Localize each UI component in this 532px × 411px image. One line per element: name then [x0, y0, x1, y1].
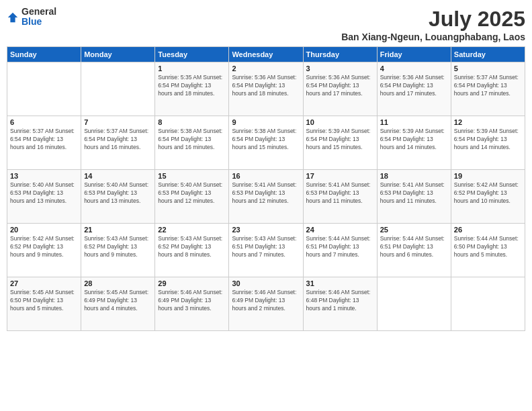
day-number: 2	[232, 64, 300, 73]
day-number: 9	[232, 118, 300, 126]
day-number: 22	[158, 226, 226, 234]
calendar-cell: 15Sunrise: 5:40 AM Sunset: 6:53 PM Dayli…	[155, 170, 229, 224]
day-number: 26	[454, 226, 522, 234]
weekday-header-sunday: Sunday	[7, 47, 81, 62]
day-number: 27	[10, 279, 78, 287]
calendar-cell: 16Sunrise: 5:41 AM Sunset: 6:53 PM Dayli…	[229, 170, 303, 224]
calendar-cell: 8Sunrise: 5:38 AM Sunset: 6:54 PM Daylig…	[155, 116, 229, 170]
calendar-cell: 9Sunrise: 5:38 AM Sunset: 6:54 PM Daylig…	[229, 116, 303, 170]
calendar-cell: 13Sunrise: 5:40 AM Sunset: 6:53 PM Dayli…	[7, 170, 81, 224]
calendar-cell: 7Sunrise: 5:37 AM Sunset: 6:54 PM Daylig…	[81, 116, 155, 170]
calendar-cell	[377, 277, 451, 331]
day-info: Sunrise: 5:35 AM Sunset: 6:54 PM Dayligh…	[158, 74, 226, 98]
day-info: Sunrise: 5:41 AM Sunset: 6:53 PM Dayligh…	[232, 181, 300, 205]
calendar-cell: 24Sunrise: 5:44 AM Sunset: 6:51 PM Dayli…	[303, 224, 377, 277]
calendar-cell: 23Sunrise: 5:43 AM Sunset: 6:51 PM Dayli…	[229, 224, 303, 277]
calendar-cell: 12Sunrise: 5:39 AM Sunset: 6:54 PM Dayli…	[451, 116, 525, 170]
day-number: 13	[10, 172, 78, 180]
day-info: Sunrise: 5:43 AM Sunset: 6:52 PM Dayligh…	[158, 235, 226, 259]
day-number: 17	[306, 172, 374, 180]
calendar-cell: 31Sunrise: 5:46 AM Sunset: 6:48 PM Dayli…	[303, 277, 377, 331]
calendar-cell	[81, 62, 155, 116]
day-number: 23	[232, 226, 300, 234]
day-number: 20	[10, 226, 78, 234]
day-number: 21	[84, 226, 152, 234]
day-info: Sunrise: 5:42 AM Sunset: 6:52 PM Dayligh…	[10, 235, 78, 259]
day-number: 30	[232, 279, 300, 287]
calendar-table: SundayMondayTuesdayWednesdayThursdayFrid…	[7, 46, 525, 331]
day-number: 11	[380, 118, 448, 126]
calendar-cell: 17Sunrise: 5:41 AM Sunset: 6:53 PM Dayli…	[303, 170, 377, 224]
calendar-cell: 5Sunrise: 5:37 AM Sunset: 6:54 PM Daylig…	[451, 62, 525, 116]
weekday-header-friday: Friday	[377, 47, 451, 62]
logo: General Blue	[7, 7, 56, 28]
day-number: 25	[380, 226, 448, 234]
calendar-cell	[7, 62, 81, 116]
day-info: Sunrise: 5:45 AM Sunset: 6:49 PM Dayligh…	[84, 289, 152, 313]
day-number: 5	[454, 64, 522, 73]
day-info: Sunrise: 5:38 AM Sunset: 6:54 PM Dayligh…	[158, 128, 226, 152]
weekday-header-monday: Monday	[81, 47, 155, 62]
calendar-week-4: 20Sunrise: 5:42 AM Sunset: 6:52 PM Dayli…	[7, 224, 525, 277]
day-info: Sunrise: 5:45 AM Sunset: 6:50 PM Dayligh…	[10, 289, 78, 313]
calendar-cell: 20Sunrise: 5:42 AM Sunset: 6:52 PM Dayli…	[7, 224, 81, 277]
page-header: General Blue July 2025 Ban Xiang-Ngeun, …	[7, 7, 525, 42]
calendar-week-3: 13Sunrise: 5:40 AM Sunset: 6:53 PM Dayli…	[7, 170, 525, 224]
day-number: 7	[84, 118, 152, 126]
weekday-header-thursday: Thursday	[303, 47, 377, 62]
title-block: July 2025 Ban Xiang-Ngeun, Louangphabang…	[341, 7, 525, 42]
calendar-week-5: 27Sunrise: 5:45 AM Sunset: 6:50 PM Dayli…	[7, 277, 525, 331]
calendar-cell: 26Sunrise: 5:44 AM Sunset: 6:50 PM Dayli…	[451, 224, 525, 277]
day-number: 31	[306, 279, 374, 287]
weekday-header-row: SundayMondayTuesdayWednesdayThursdayFrid…	[7, 47, 525, 62]
day-info: Sunrise: 5:40 AM Sunset: 6:53 PM Dayligh…	[158, 181, 226, 205]
day-info: Sunrise: 5:41 AM Sunset: 6:53 PM Dayligh…	[306, 181, 374, 205]
day-info: Sunrise: 5:36 AM Sunset: 6:54 PM Dayligh…	[380, 74, 448, 98]
logo-text: General Blue	[21, 7, 56, 28]
svg-marker-0	[8, 13, 17, 22]
day-info: Sunrise: 5:46 AM Sunset: 6:49 PM Dayligh…	[158, 289, 226, 313]
day-info: Sunrise: 5:43 AM Sunset: 6:51 PM Dayligh…	[232, 235, 300, 259]
day-info: Sunrise: 5:40 AM Sunset: 6:53 PM Dayligh…	[10, 181, 78, 205]
day-info: Sunrise: 5:36 AM Sunset: 6:54 PM Dayligh…	[232, 74, 300, 98]
day-info: Sunrise: 5:42 AM Sunset: 6:52 PM Dayligh…	[454, 181, 522, 205]
calendar-cell: 28Sunrise: 5:45 AM Sunset: 6:49 PM Dayli…	[81, 277, 155, 331]
calendar-cell: 3Sunrise: 5:36 AM Sunset: 6:54 PM Daylig…	[303, 62, 377, 116]
logo-blue: Blue	[21, 17, 56, 27]
calendar-cell	[451, 277, 525, 331]
day-info: Sunrise: 5:44 AM Sunset: 6:51 PM Dayligh…	[306, 235, 374, 259]
calendar-week-2: 6Sunrise: 5:37 AM Sunset: 6:54 PM Daylig…	[7, 116, 525, 170]
day-number: 19	[454, 172, 522, 180]
day-info: Sunrise: 5:46 AM Sunset: 6:49 PM Dayligh…	[232, 289, 300, 313]
calendar-cell: 4Sunrise: 5:36 AM Sunset: 6:54 PM Daylig…	[377, 62, 451, 116]
calendar-cell: 22Sunrise: 5:43 AM Sunset: 6:52 PM Dayli…	[155, 224, 229, 277]
day-info: Sunrise: 5:36 AM Sunset: 6:54 PM Dayligh…	[306, 74, 374, 98]
weekday-header-tuesday: Tuesday	[155, 47, 229, 62]
calendar-cell: 25Sunrise: 5:44 AM Sunset: 6:51 PM Dayli…	[377, 224, 451, 277]
day-number: 3	[306, 64, 374, 73]
location-title: Ban Xiang-Ngeun, Louangphabang, Laos	[341, 32, 525, 42]
day-info: Sunrise: 5:46 AM Sunset: 6:48 PM Dayligh…	[306, 289, 374, 313]
day-number: 8	[158, 118, 226, 126]
logo-icon	[7, 11, 19, 24]
calendar-cell: 2Sunrise: 5:36 AM Sunset: 6:54 PM Daylig…	[229, 62, 303, 116]
calendar-cell: 11Sunrise: 5:39 AM Sunset: 6:54 PM Dayli…	[377, 116, 451, 170]
day-number: 4	[380, 64, 448, 73]
day-number: 1	[158, 64, 226, 73]
day-number: 29	[158, 279, 226, 287]
day-number: 28	[84, 279, 152, 287]
day-info: Sunrise: 5:41 AM Sunset: 6:53 PM Dayligh…	[380, 181, 448, 205]
calendar-cell: 10Sunrise: 5:39 AM Sunset: 6:54 PM Dayli…	[303, 116, 377, 170]
calendar-week-1: 1Sunrise: 5:35 AM Sunset: 6:54 PM Daylig…	[7, 62, 525, 116]
day-number: 24	[306, 226, 374, 234]
day-number: 16	[232, 172, 300, 180]
calendar-cell: 14Sunrise: 5:40 AM Sunset: 6:53 PM Dayli…	[81, 170, 155, 224]
weekday-header-wednesday: Wednesday	[229, 47, 303, 62]
calendar-cell: 1Sunrise: 5:35 AM Sunset: 6:54 PM Daylig…	[155, 62, 229, 116]
day-info: Sunrise: 5:44 AM Sunset: 6:51 PM Dayligh…	[380, 235, 448, 259]
day-number: 10	[306, 118, 374, 126]
day-info: Sunrise: 5:40 AM Sunset: 6:53 PM Dayligh…	[84, 181, 152, 205]
day-info: Sunrise: 5:37 AM Sunset: 6:54 PM Dayligh…	[84, 128, 152, 152]
day-number: 6	[10, 118, 78, 126]
calendar-cell: 19Sunrise: 5:42 AM Sunset: 6:52 PM Dayli…	[451, 170, 525, 224]
